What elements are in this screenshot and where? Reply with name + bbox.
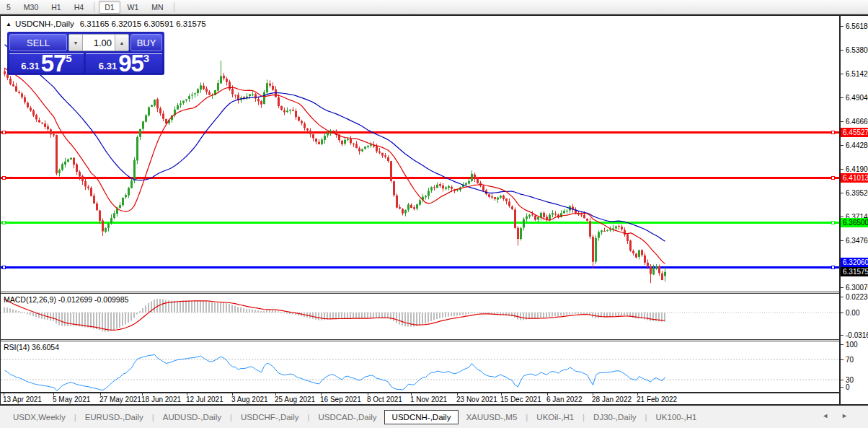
tab-usdx-weekly[interactable]: USDX,Weekly xyxy=(9,411,70,424)
date-label: 5 May 2021 xyxy=(53,396,90,403)
buy-price-pip: 3 xyxy=(143,52,149,64)
date-label: 13 Apr 2021 xyxy=(3,396,42,403)
price-axis-label: 6.41900 xyxy=(846,165,868,173)
tab-scroll-right-icon[interactable]: ► xyxy=(841,412,861,419)
ma-fast-line xyxy=(5,69,665,264)
rsi-line xyxy=(5,354,665,390)
macd-axis-tick xyxy=(841,313,843,313)
tab-scroll-arrows: ◄► xyxy=(822,412,861,419)
chart-ohlc-values: 6.31165 6.32015 6.30591 6.31575 xyxy=(80,19,206,28)
price-axis-tick xyxy=(841,193,843,193)
rsi-canvas xyxy=(1,341,839,392)
panel-separator xyxy=(1,339,868,341)
price-tag-6.32060: 6.32060 xyxy=(841,258,868,267)
macd-axis-tick xyxy=(841,297,843,297)
volume-input[interactable] xyxy=(83,35,115,51)
price-axis-label: 6.56180 xyxy=(846,22,868,30)
price-axis-tick xyxy=(841,121,843,122)
price-axis-tick xyxy=(841,145,843,146)
rsi-axis-label: 0 xyxy=(846,383,850,391)
macd-axis-tick xyxy=(841,335,843,336)
mt4-window: 5M30H1H4D1W1MN ▲USDCNH-,Daily6.31165 6.3… xyxy=(0,0,868,428)
buy-price-main: 95 xyxy=(118,54,143,72)
collapse-arrow-icon[interactable]: ▲ xyxy=(6,21,12,27)
macd-panel[interactable]: MACD(12,26,9) -0.012699 -0.009985 xyxy=(1,294,839,339)
timeframe-m30[interactable]: M30 xyxy=(18,1,44,14)
rsi-axis-label: 100 xyxy=(846,341,858,349)
timeframe-5[interactable]: 5 xyxy=(1,1,17,14)
date-label: 25 Aug 2021 xyxy=(275,396,315,403)
macd-label: MACD(12,26,9) -0.012699 -0.009985 xyxy=(4,295,128,304)
tab-eurusd-daily[interactable]: EURUSD-,Daily xyxy=(81,411,148,424)
date-label: 27 May 2021 xyxy=(99,396,141,403)
tab-dj30-daily[interactable]: DJ30-,Daily xyxy=(589,411,640,424)
tab-uk100-h1[interactable]: UK100-,H1 xyxy=(652,411,701,424)
price-axis-label: 6.30070 xyxy=(846,284,868,292)
tab-usdcad-daily[interactable]: USDCAD-,Daily xyxy=(314,411,381,424)
price-axis-label: 6.46660 xyxy=(846,118,868,126)
tab-separator: | xyxy=(230,413,232,422)
rsi-axis-label: 70 xyxy=(846,356,854,364)
volume-spinner: ▼ ▲ xyxy=(68,34,129,51)
tab-separator: | xyxy=(583,413,585,422)
date-label: 3 Aug 2021 xyxy=(231,396,268,403)
timeframe-h1[interactable]: H1 xyxy=(45,1,66,14)
rsi-panel[interactable]: RSI(14) 36.6054 xyxy=(1,341,839,392)
date-label: 21 Feb 2022 xyxy=(637,396,677,403)
panel-separator xyxy=(1,392,868,393)
toolbar-separator xyxy=(94,2,94,12)
price-axis-tick xyxy=(841,50,843,51)
sell-price-display: 6.31575 xyxy=(9,53,84,73)
tab-separator: | xyxy=(645,413,647,422)
tab-usdchf-daily[interactable]: USDCHF-,Daily xyxy=(236,411,304,424)
price-axis-label: 6.44280 xyxy=(846,141,868,149)
rsi-axis-tick xyxy=(841,380,843,380)
price-axis-tick xyxy=(841,169,843,170)
rsi-axis-tick xyxy=(841,344,843,345)
tab-usdcnh-daily[interactable]: USDCNH-,Daily xyxy=(384,410,459,424)
price-axis: 6.561806.538006.514206.490406.466606.442… xyxy=(839,16,868,404)
buy-button[interactable]: BUY xyxy=(130,34,162,51)
price-tag-6.45527: 6.45527 xyxy=(841,128,868,137)
timeframe-w1[interactable]: W1 xyxy=(122,1,145,14)
macd-axis-label: 0.00 xyxy=(846,309,859,317)
tab-audusd-daily[interactable]: AUDUSD-,Daily xyxy=(159,411,226,424)
date-label: 18 Jun 2021 xyxy=(141,396,181,403)
tab-separator: | xyxy=(526,413,528,422)
price-axis-tick xyxy=(841,97,843,98)
timeframe-mn[interactable]: MN xyxy=(146,1,169,14)
timeframe-h4[interactable]: H4 xyxy=(68,1,89,14)
price-axis-label: 6.39520 xyxy=(846,189,868,197)
macd-axis-label: 0.02236 xyxy=(846,293,868,301)
volume-increase-button[interactable]: ▲ xyxy=(115,35,128,51)
date-axis: 13 Apr 20215 May 202127 May 202118 Jun 2… xyxy=(1,393,839,404)
timeframe-d1[interactable]: D1 xyxy=(99,1,120,14)
volume-decrease-button[interactable]: ▼ xyxy=(69,35,83,51)
tab-xauusd-m5[interactable]: XAUUSD-,M5 xyxy=(461,411,521,424)
price-axis-label: 6.34760 xyxy=(846,237,868,245)
sell-price-prefix: 6.31 xyxy=(21,61,39,71)
price-axis-tick xyxy=(841,217,843,217)
down-arrow-icon: ▼ xyxy=(74,40,79,45)
tab-separator: | xyxy=(152,413,154,422)
price-axis-label: 6.53800 xyxy=(846,46,868,54)
buy-price-prefix: 6.31 xyxy=(99,61,117,71)
panel-separator xyxy=(1,292,868,294)
rsi-axis-tick xyxy=(841,387,843,388)
price-axis-label: 6.51420 xyxy=(846,70,868,78)
date-label: 8 Oct 2021 xyxy=(367,396,402,403)
date-label: 23 Nov 2021 xyxy=(456,396,497,403)
tab-ukoil-h1[interactable]: UKOil-,H1 xyxy=(532,411,578,424)
rsi-axis-tick xyxy=(841,359,843,360)
timeframe-toolbar: 5M30H1H4D1W1MN xyxy=(0,0,868,14)
price-tag-6.41013: 6.41013 xyxy=(841,173,868,183)
tab-separator: | xyxy=(74,413,76,422)
rsi-label: RSI(14) 36.6054 xyxy=(4,343,59,351)
buy-price-display: 6.31953 xyxy=(86,53,162,73)
up-arrow-icon: ▲ xyxy=(120,40,125,45)
price-axis-tick xyxy=(841,74,843,74)
chart-window: ▲USDCNH-,Daily6.31165 6.32015 6.30591 6.… xyxy=(0,14,868,406)
macd-axis-label: -0.03169 xyxy=(846,331,868,339)
tab-scroll-left-icon[interactable]: ◄ xyxy=(822,412,841,419)
sell-button[interactable]: SELL xyxy=(9,34,67,51)
